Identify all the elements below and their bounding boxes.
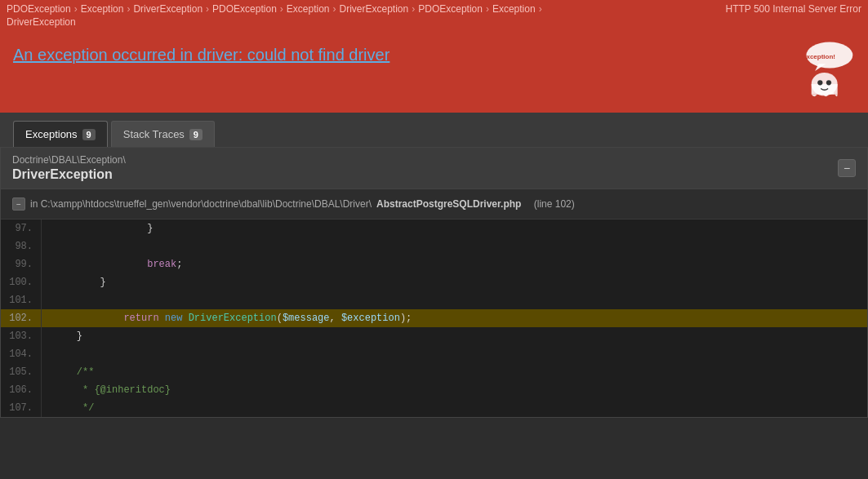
line-number-ref: (line 102) xyxy=(534,198,575,210)
code-line-102: 102. return new DriverException($message… xyxy=(1,309,867,327)
file-location: − in C:\xampp\htdocs\trueffel_gen\vendor… xyxy=(1,189,867,220)
line-content-106: * {@inheritdoc} xyxy=(42,381,171,399)
breadcrumb-bar: PDOException › Exception › DriverExcepti… xyxy=(0,0,868,31)
line-content-98 xyxy=(42,237,59,255)
line-num-104: 104. xyxy=(1,345,42,363)
tab-exceptions-badge: 9 xyxy=(82,129,96,140)
exception-namespace: Doctrine\DBAL\Exception\ xyxy=(12,154,126,166)
breadcrumb-item-2[interactable]: Exception xyxy=(81,3,124,15)
file-path: in C:\xampp\htdocs\trueffel_gen\vendor\d… xyxy=(30,198,372,210)
code-line-105: 105. /** xyxy=(1,363,867,381)
tab-exceptions-label: Exceptions xyxy=(25,128,78,140)
breadcrumb-sub-item: DriverException xyxy=(7,16,861,28)
breadcrumb-arrow-6: › xyxy=(412,3,415,15)
code-line-98: 98. xyxy=(1,237,867,255)
breadcrumb-item-5[interactable]: Exception xyxy=(287,3,330,15)
line-content-104 xyxy=(42,345,59,363)
breadcrumb-arrow-5: › xyxy=(333,3,336,15)
breadcrumb-item-8[interactable]: Exception xyxy=(492,3,536,15)
breadcrumb-arrow-8: › xyxy=(539,3,542,15)
breadcrumb-arrow-2: › xyxy=(127,3,130,15)
line-num-107: 107. xyxy=(1,399,42,417)
breadcrumb-item-7[interactable]: PDOException xyxy=(418,3,483,15)
breadcrumb-arrow-7: › xyxy=(486,3,489,15)
svg-point-6 xyxy=(826,80,831,85)
code-block: 97. } 98. 99. break; 100. } 101. 102. xyxy=(1,220,867,417)
line-num-99: 99. xyxy=(1,255,42,273)
line-num-106: 106. xyxy=(1,381,42,399)
code-line-106: 106. * {@inheritdoc} xyxy=(1,381,867,399)
exception-classname: DriverException xyxy=(12,167,126,182)
code-line-103: 103. } xyxy=(1,327,867,345)
line-num-101: 101. xyxy=(1,291,42,309)
exception-header: Doctrine\DBAL\Exception\ DriverException… xyxy=(1,148,867,189)
code-line-99: 99. break; xyxy=(1,255,867,273)
line-num-100: 100. xyxy=(1,273,42,291)
error-message: An exception occurred in driver: could n… xyxy=(13,46,855,64)
tab-stack-traces-badge: 9 xyxy=(189,129,203,140)
exception-panel: Doctrine\DBAL\Exception\ DriverException… xyxy=(0,147,868,418)
breadcrumb-arrow-4: › xyxy=(280,3,283,15)
breadcrumb-item-1[interactable]: PDOException xyxy=(7,3,71,15)
line-num-105: 105. xyxy=(1,363,42,381)
ghost-logo: Exception! xyxy=(790,39,855,104)
http-error-label: HTTP 500 Internal Server Error xyxy=(725,3,861,15)
line-num-102: 102. xyxy=(1,309,42,327)
error-header: An exception occurred in driver: could n… xyxy=(0,31,868,113)
line-content-100: } xyxy=(42,273,106,291)
svg-rect-4 xyxy=(812,84,838,94)
code-line-100: 100. } xyxy=(1,273,867,291)
svg-text:Exception!: Exception! xyxy=(802,53,835,60)
breadcrumb-item-3[interactable]: DriverException xyxy=(133,3,203,15)
exception-header-left: Doctrine\DBAL\Exception\ DriverException xyxy=(12,154,126,182)
code-line-107: 107. */ xyxy=(1,399,867,417)
file-toggle-button[interactable]: − xyxy=(12,197,25,211)
code-line-101: 101. xyxy=(1,291,867,309)
line-num-103: 103. xyxy=(1,327,42,345)
line-content-97: } xyxy=(42,220,153,237)
code-line-97: 97. } xyxy=(1,220,867,237)
line-content-105: /** xyxy=(42,363,94,381)
tab-stack-traces[interactable]: Stack Traces 9 xyxy=(111,121,215,147)
breadcrumb-arrow-3: › xyxy=(206,3,209,15)
tabs-bar: Exceptions 9 Stack Traces 9 xyxy=(0,113,868,147)
line-num-98: 98. xyxy=(1,237,42,255)
line-num-97: 97. xyxy=(1,220,42,237)
line-content-103: } xyxy=(42,327,82,345)
svg-point-5 xyxy=(817,80,822,85)
file-name: AbstractPostgreSQLDriver.php xyxy=(376,198,521,210)
breadcrumb-item-4[interactable]: PDOException xyxy=(212,3,277,15)
collapse-button[interactable]: − xyxy=(838,159,856,177)
line-content-101 xyxy=(42,291,59,309)
line-content-99: break; xyxy=(42,255,182,273)
line-content-107: */ xyxy=(42,399,94,417)
code-line-104: 104. xyxy=(1,345,867,363)
line-content-102: return new DriverException($message, $ex… xyxy=(42,309,412,327)
tab-stack-traces-label: Stack Traces xyxy=(123,128,185,140)
breadcrumb-arrow-1: › xyxy=(74,3,78,15)
breadcrumb-item-6[interactable]: DriverException xyxy=(340,3,409,15)
tab-exceptions[interactable]: Exceptions 9 xyxy=(13,121,108,147)
